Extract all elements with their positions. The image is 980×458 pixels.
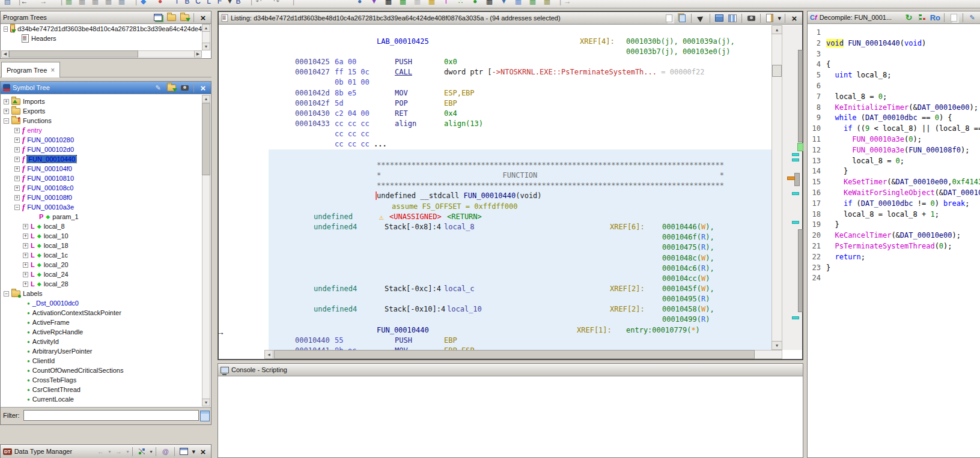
toolbar-icon[interactable]: ▦ — [90, 0, 100, 6]
toolbar-icon[interactable]: ▾ — [499, 0, 509, 6]
vscroll-thumb[interactable] — [202, 103, 210, 175]
symbol-tree-item-ActivityId[interactable]: ●ActivityId — [1, 337, 202, 346]
decompile-line[interactable]: 1 — [808, 28, 980, 38]
scroll-right-icon[interactable]: ▶ — [194, 50, 202, 58]
toolbar-icon[interactable]: ▦ — [484, 0, 495, 6]
toolbar-icon[interactable]: B — [233, 0, 243, 6]
expand-icon[interactable]: + — [23, 234, 28, 239]
listing-row[interactable]: cc cc cc — [219, 130, 782, 140]
preview-button[interactable]: @ — [160, 447, 171, 457]
fields-dropdown-icon[interactable]: ▾ — [778, 14, 781, 22]
toolbar-icon[interactable]: ↶ — [254, 0, 264, 6]
listing-row[interactable]: 0001042f5dPOPEBP — [219, 99, 782, 109]
symbol-tree-item-ClientId[interactable]: ●ClientId — [1, 356, 202, 366]
toolbar-icon[interactable]: ◆ — [138, 0, 148, 6]
scroll-up-icon[interactable]: ▲ — [772, 25, 782, 34]
scroll-down-icon[interactable]: ▼ — [202, 43, 210, 50]
goto-symbol-button[interactable] — [166, 83, 177, 93]
tab-program-tree[interactable]: Program Tree × — [1, 62, 60, 77]
toolbar-icon[interactable]: ▦ — [412, 0, 422, 6]
decompile-line[interactable]: 13 local_8 = 0; — [808, 157, 980, 167]
listing-row[interactable]: FUN_00010440XREF[1]:entry:00010779(*) — [219, 326, 782, 336]
listing-row[interactable]: 000104256a 00PUSH0x0 — [219, 58, 782, 68]
symbol-tree-item-CurrentTransactionHandle[interactable]: ●CurrentTransactionHandle — [1, 404, 202, 406]
edit-button[interactable]: ✎ — [967, 13, 978, 23]
toolbar-icon[interactable]: ▦ — [528, 0, 538, 6]
scroll-up-icon[interactable]: ▲ — [202, 95, 210, 103]
toolbar-icon[interactable]: C — [193, 0, 203, 6]
scroll-down-icon[interactable]: ▼ — [772, 341, 782, 350]
symbol-tree-item-CountOfOwnedCriticalSections[interactable]: ●CountOfOwnedCriticalSections — [1, 366, 202, 375]
tree-root-row[interactable]: − d34b4e7472d1df3603be48d10c4a267281bc3d… — [1, 24, 202, 34]
symbol-tree-item-CurrentLocale[interactable]: ●CurrentLocale — [1, 394, 202, 404]
toolbar-icon[interactable]: | — [288, 0, 299, 6]
expand-icon[interactable]: + — [14, 157, 20, 162]
decompile-line[interactable]: 16 KeWaitForSingleObject(&DAT_00010e00 — [808, 188, 980, 199]
toolbar-icon[interactable]: ▦ — [427, 0, 437, 6]
decompile-line[interactable]: 23} — [808, 264, 980, 274]
decompile-line[interactable]: 8 KeInitializeTimer(&DAT_00010e00); — [808, 103, 980, 113]
decompile-line[interactable]: 4{ — [808, 60, 980, 70]
symbol-tree-item-local_1c[interactable]: +L◆local_1c — [1, 250, 202, 260]
symbol-tree-item-FUN_000108f0[interactable]: +fFUN_000108f0 — [1, 193, 202, 202]
hscroll-thumb[interactable] — [274, 350, 755, 359]
symbol-tree-item-param_1[interactable]: P◆param_1 — [1, 212, 202, 221]
decompile-line[interactable]: 20 KeCancelTimer(&DAT_00010e00); — [808, 231, 980, 241]
expand-icon[interactable]: + — [23, 262, 28, 268]
toolbar-icon[interactable]: ● — [355, 0, 365, 6]
listing-row[interactable]: 000104cc(W) — [219, 274, 782, 285]
expand-icon[interactable]: + — [23, 243, 28, 249]
symbol-tree-item-ArbitraryUserPointer[interactable]: ●ArbitraryUserPointer — [1, 346, 202, 356]
symbol-tree-item-FUN_00010810[interactable]: +fFUN_00010810 — [1, 173, 202, 183]
decompile-line[interactable]: 6 — [808, 82, 980, 92]
open-folder-button[interactable] — [166, 13, 177, 23]
copy-button[interactable] — [948, 13, 959, 23]
symbol-tree-item-entry[interactable]: +fentry — [1, 125, 202, 135]
symbol-tree-item-_Dst_00010dc0[interactable]: ●_Dst_00010dc0 — [1, 298, 202, 308]
expand-icon[interactable]: + — [23, 253, 28, 258]
symbol-tree-item-FUN_000108c0[interactable]: +fFUN_000108c0 — [1, 183, 202, 193]
edit-symbol-button[interactable]: ✎ — [153, 83, 163, 93]
toolbar-icon[interactable]: ● — [155, 0, 165, 6]
filter-config-icon[interactable] — [200, 411, 210, 421]
symbol-tree-item-local_24[interactable]: +L◆local_24 — [1, 270, 202, 279]
symbol-tree-item-FUN_00010280[interactable]: +fFUN_00010280 — [1, 135, 202, 145]
expand-icon[interactable]: + — [14, 147, 20, 152]
diff-view-button[interactable] — [727, 13, 738, 23]
copy-button[interactable] — [663, 13, 674, 23]
decompile-line[interactable]: 5 uint local_8; — [808, 71, 980, 81]
toolbar-icon[interactable]: ▦ — [64, 0, 74, 6]
toolbar-icon[interactable]: ▦ — [513, 0, 523, 6]
snapshot-button[interactable] — [746, 13, 756, 23]
close-dtm-button[interactable]: × — [198, 447, 208, 457]
expand-icon[interactable]: + — [23, 224, 28, 229]
vscroll-thumb[interactable] — [772, 65, 782, 77]
decompile-line[interactable]: 22 return; — [808, 253, 980, 263]
toolbar-icon[interactable]: ▤ — [2, 0, 13, 6]
listing-row[interactable]: 00010430c2 04 00RET0x4 — [219, 109, 782, 119]
listing-row[interactable]: undefined __stdcall FUN_00010440(void) — [219, 191, 782, 202]
scroll-left-icon[interactable]: ◀ — [1, 50, 9, 58]
decompile-line[interactable]: 9 while (DAT_00010dbc == 0) { — [808, 113, 980, 124]
toolbar-icon[interactable]: B — [182, 0, 192, 6]
close-listing-button[interactable]: × — [789, 13, 800, 23]
symbol-tree-item-Functions[interactable]: −fFunctions — [1, 116, 202, 125]
listing-row[interactable]: 000104c6(R), — [219, 264, 782, 274]
symbol-tree-item-FUN_000102d0[interactable]: +fFUN_000102d0 — [1, 145, 202, 154]
nav-forward-button[interactable]: → — [113, 447, 124, 457]
nav-back-button[interactable]: ← — [95, 447, 106, 457]
toolbar-icon[interactable]: ▦ — [117, 0, 127, 6]
toggle-fields-button[interactable] — [764, 13, 775, 23]
toolbar-icon[interactable]: ▦ — [542, 0, 552, 6]
associate-archive-button[interactable] — [136, 447, 147, 457]
scroll-up-icon[interactable]: ▲ — [202, 24, 210, 32]
symbol-tree-item-ActiveFrame[interactable]: ●ActiveFrame — [1, 318, 202, 327]
scroll-down-icon[interactable]: ▼ — [202, 399, 210, 406]
toolbar-icon[interactable]: → — [38, 0, 49, 6]
tab-close-icon[interactable]: × — [50, 66, 55, 74]
decompile-line[interactable]: 17 if (DAT_00010dbc != 0) break; — [808, 199, 980, 209]
expand-icon[interactable]: + — [14, 137, 20, 143]
toggle-header-button[interactable] — [714, 13, 725, 23]
symbol-tree-item-CrossTebFlags[interactable]: ●CrossTebFlags — [1, 375, 202, 385]
toolbar-icon[interactable]: ▦ — [77, 0, 87, 6]
